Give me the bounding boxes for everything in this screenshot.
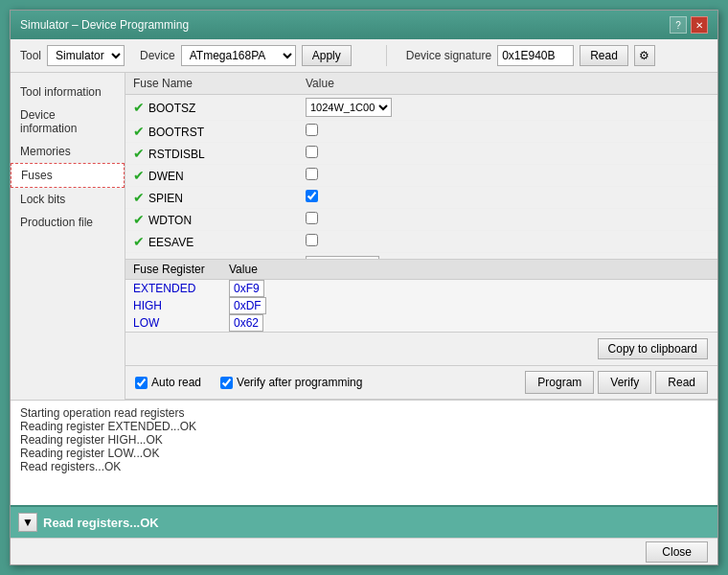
check-icon: ✔ xyxy=(133,146,145,161)
register-section: Fuse Register Value EXTENDED 0xF9 HIGH 0… xyxy=(125,260,717,333)
copy-to-clipboard-button[interactable]: Copy to clipboard xyxy=(598,338,708,359)
check-icon: ✔ xyxy=(133,234,145,249)
table-row: HIGH 0xDF xyxy=(125,297,717,314)
log-line: Reading register EXTENDED...OK xyxy=(20,420,708,433)
actions-bar: Copy to clipboard xyxy=(125,333,717,366)
settings-button[interactable]: ⚙ xyxy=(634,45,655,66)
high-value: 0xDF xyxy=(229,297,266,314)
table-row: LOW 0x62 xyxy=(125,314,717,332)
eesave-checkbox[interactable] xyxy=(306,234,318,246)
status-text: Read registers...OK xyxy=(43,516,159,530)
sidebar-item-memories[interactable]: Memories xyxy=(11,140,125,163)
log-area: Starting operation read registers Readin… xyxy=(11,400,717,505)
sidebar-item-lock-bits[interactable]: Lock bits xyxy=(11,188,125,211)
wdton-checkbox[interactable] xyxy=(306,212,318,224)
check-icon: ✔ xyxy=(133,100,145,115)
close-button[interactable]: Close xyxy=(646,541,708,563)
check-icon: ✔ xyxy=(133,212,145,227)
table-row: ✔BOOTSZ 1024W_1C00512W_1E00256W_1F00128W… xyxy=(125,95,717,121)
verify-after-checkbox[interactable] xyxy=(220,377,233,389)
device-sig-label: Device signature xyxy=(406,49,491,62)
table-row: ✔BOOTRST xyxy=(125,121,717,143)
title-controls: ? ✕ xyxy=(670,16,708,34)
bootrst-checkbox[interactable] xyxy=(306,124,318,136)
close-window-button[interactable]: ✕ xyxy=(691,16,708,34)
device-label: Device xyxy=(140,49,175,62)
bottom-bar: Close xyxy=(11,538,717,564)
read-sig-button[interactable]: Read xyxy=(580,45,628,66)
table-row: ✔SPIEN xyxy=(125,187,717,209)
low-value: 0x62 xyxy=(229,314,263,332)
register-table: Fuse Register Value EXTENDED 0xF9 HIGH 0… xyxy=(125,260,717,332)
table-row: ✔BODLEVEL DISABLED1.8V2.7V4.3V xyxy=(125,253,717,261)
sidebar-item-production-file[interactable]: Production file xyxy=(11,211,125,234)
verify-button[interactable]: Verify xyxy=(598,371,651,394)
chevron-down-icon: ▼ xyxy=(22,516,34,529)
verify-after-label[interactable]: Verify after programming xyxy=(220,376,362,389)
tool-label: Tool xyxy=(20,49,41,62)
check-icon: ✔ xyxy=(133,190,145,205)
sidebar-item-fuses[interactable]: Fuses xyxy=(11,163,125,188)
main-window: Simulator – Device Programming ? ✕ Tool … xyxy=(10,10,718,565)
check-icon: ✔ xyxy=(133,124,145,139)
toolbar: Tool Simulator Device ATmega168PA Apply … xyxy=(11,39,717,73)
fuse-table: Fuse Name Value ✔BOOTSZ 1024W_1C00512W_1… xyxy=(125,73,717,260)
spien-checkbox[interactable] xyxy=(306,190,318,202)
log-line: Read registers...OK xyxy=(20,460,708,473)
log-line: Reading register LOW...OK xyxy=(20,447,708,460)
dwen-checkbox[interactable] xyxy=(306,168,318,180)
device-select[interactable]: ATmega168PA xyxy=(181,45,296,66)
reg-value-header: Value xyxy=(221,260,717,280)
device-group: Device ATmega168PA Apply xyxy=(140,45,352,66)
window-title: Simulator – Device Programming xyxy=(20,18,189,32)
read-button[interactable]: Read xyxy=(655,371,708,394)
gear-icon: ⚙ xyxy=(639,49,649,62)
log-line: Reading register HIGH...OK xyxy=(20,433,708,447)
fuse-value-header: Value xyxy=(298,73,717,95)
table-row: ✔DWEN xyxy=(125,165,717,187)
apply-button[interactable]: Apply xyxy=(302,45,352,66)
program-buttons: Program Verify Read xyxy=(525,371,708,394)
table-row: ✔WDTON xyxy=(125,209,717,231)
table-row: ✔RSTDISBL xyxy=(125,143,717,165)
content-area: Fuse Name Value ✔BOOTSZ 1024W_1C00512W_1… xyxy=(125,73,717,400)
sidebar-item-tool-information[interactable]: Tool information xyxy=(11,80,125,104)
fuse-name-header: Fuse Name xyxy=(125,73,298,95)
title-bar: Simulator – Device Programming ? ✕ xyxy=(11,11,717,39)
table-row: ✔EESAVE xyxy=(125,231,717,253)
sidebar: Tool information Device information Memo… xyxy=(11,73,125,400)
rstdisbl-checkbox[interactable] xyxy=(306,146,318,158)
bootsz-select[interactable]: 1024W_1C00512W_1E00256W_1F00128W_1F80 xyxy=(306,98,392,117)
tool-group: Tool Simulator xyxy=(20,45,125,66)
auto-read-label[interactable]: Auto read xyxy=(135,376,201,389)
tool-select[interactable]: Simulator xyxy=(47,45,125,66)
device-signature-group: Device signature Read ⚙ xyxy=(386,45,655,66)
main-content: Tool information Device information Memo… xyxy=(11,73,717,400)
check-icon: ✔ xyxy=(133,168,145,183)
help-button[interactable]: ? xyxy=(670,16,687,34)
status-collapse-button[interactable]: ▼ xyxy=(18,513,37,532)
checkbox-bar: Auto read Verify after programming Progr… xyxy=(125,366,717,400)
device-sig-input[interactable] xyxy=(497,45,574,66)
sidebar-item-device-information[interactable]: Device information xyxy=(11,104,125,140)
status-bar: ▼ Read registers...OK xyxy=(11,505,717,538)
auto-read-checkbox[interactable] xyxy=(135,377,148,389)
log-line: Starting operation read registers xyxy=(20,406,708,420)
fuse-register-header: Fuse Register xyxy=(125,260,221,280)
table-row: EXTENDED 0xF9 xyxy=(125,280,717,298)
program-button[interactable]: Program xyxy=(525,371,594,394)
fuse-table-container: Fuse Name Value ✔BOOTSZ 1024W_1C00512W_1… xyxy=(125,73,717,260)
extended-value: 0xF9 xyxy=(229,280,264,297)
